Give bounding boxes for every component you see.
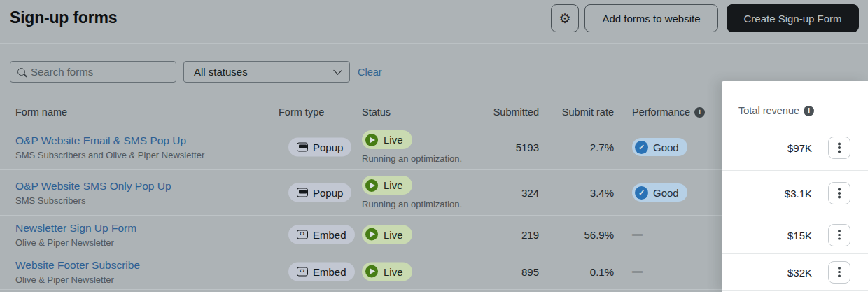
play-icon bbox=[365, 134, 378, 146]
check-icon: ✓ bbox=[635, 141, 648, 154]
search-forms-box[interactable] bbox=[10, 61, 176, 83]
total-revenue-header-label: Total revenue bbox=[738, 105, 799, 116]
kebab-icon bbox=[838, 234, 841, 237]
form-type-badge: Embed bbox=[288, 262, 355, 281]
column-header-form-name: Form name bbox=[15, 106, 67, 118]
row-actions-button[interactable] bbox=[828, 137, 850, 159]
status-label: Live bbox=[384, 265, 403, 277]
add-forms-to-website-button[interactable]: Add forms to website bbox=[584, 4, 718, 32]
row-actions-button[interactable] bbox=[828, 182, 850, 204]
form-name-link[interactable]: Website Footer Subscribe bbox=[15, 258, 140, 271]
popup-icon bbox=[297, 143, 308, 152]
submitted-value: 5193 bbox=[516, 141, 539, 153]
form-subtitle: Olive & Piper Newsletter bbox=[15, 237, 136, 247]
performance-good-badge: ✓ Good bbox=[632, 138, 687, 156]
form-subtitle: SMS Subscribers and Olive & Piper Newsle… bbox=[15, 150, 204, 160]
status-filter-value: All statuses bbox=[194, 66, 248, 78]
total-revenue-value: $97K bbox=[788, 142, 812, 154]
gear-icon: ⚙ bbox=[559, 12, 570, 25]
row-actions-button[interactable] bbox=[828, 224, 850, 246]
play-icon bbox=[365, 179, 378, 192]
form-type-badge: Popup bbox=[288, 138, 351, 157]
total-revenue-value: $15K bbox=[788, 229, 812, 241]
form-type-label: Embed bbox=[313, 265, 346, 277]
form-name-link[interactable]: O&P Website SMS Only Pop Up bbox=[15, 180, 172, 193]
clear-filters-link[interactable]: Clear bbox=[358, 61, 382, 83]
kebab-icon bbox=[838, 146, 841, 149]
form-type-cell: Embed bbox=[288, 225, 355, 244]
submit-rate-value: 0.1% bbox=[590, 265, 614, 277]
column-header-form-type: Form type bbox=[279, 106, 324, 118]
performance-header-label: Performance bbox=[632, 106, 690, 118]
info-icon[interactable]: i bbox=[694, 107, 705, 118]
info-icon[interactable]: i bbox=[804, 106, 814, 116]
form-name-cell: O&P Website SMS Only Pop Up SMS Subscrib… bbox=[15, 180, 172, 206]
row-actions-button[interactable] bbox=[828, 261, 850, 284]
column-header-status: Status bbox=[362, 106, 391, 118]
status-note: Running an optimization. bbox=[362, 199, 462, 209]
performance-cell: — bbox=[632, 265, 642, 278]
settings-button[interactable]: ⚙ bbox=[551, 4, 579, 32]
performance-label: Good bbox=[653, 141, 679, 153]
status-label: Live bbox=[384, 134, 403, 146]
form-type-label: Popup bbox=[313, 187, 343, 199]
form-type-cell: Embed bbox=[288, 262, 355, 281]
status-label: Live bbox=[384, 179, 403, 191]
revenue-row: $32K bbox=[722, 254, 868, 291]
form-type-label: Popup bbox=[313, 141, 343, 153]
form-name-link[interactable]: Newsletter Sign Up Form bbox=[15, 221, 136, 234]
performance-good-badge: ✓ Good bbox=[632, 183, 687, 202]
status-label: Live bbox=[384, 228, 403, 240]
column-header-submit-rate: Submit rate bbox=[562, 106, 614, 118]
form-name-cell: O&P Website Email & SMS Pop Up SMS Subsc… bbox=[15, 134, 204, 160]
form-name-cell: Newsletter Sign Up Form Olive & Piper Ne… bbox=[15, 221, 136, 247]
signup-forms-page: Sign-up forms ⚙ Add forms to website Cre… bbox=[0, 0, 868, 292]
submitted-value: 895 bbox=[522, 265, 539, 277]
kebab-icon bbox=[838, 271, 841, 274]
form-type-badge: Embed bbox=[288, 225, 355, 244]
live-status-badge: Live bbox=[362, 176, 412, 195]
status-filter-dropdown[interactable]: All statuses bbox=[183, 61, 350, 83]
form-type-badge: Popup bbox=[288, 183, 351, 202]
performance-cell: ✓ Good bbox=[632, 183, 687, 202]
play-icon bbox=[365, 265, 378, 278]
chevron-down-icon bbox=[333, 66, 342, 75]
submit-rate-value: 56.9% bbox=[584, 228, 614, 240]
revenue-row: $15K bbox=[722, 216, 868, 254]
live-status-badge: Live bbox=[362, 262, 412, 281]
form-name-cell: Website Footer Subscribe Olive & Piper N… bbox=[15, 258, 140, 284]
form-type-label: Embed bbox=[313, 228, 346, 240]
status-cell: Live Running an optimization. bbox=[362, 176, 462, 209]
total-revenue-highlight-panel: Total revenue i $97K $3.1K $15K $32K bbox=[722, 81, 868, 292]
embed-icon bbox=[297, 267, 308, 276]
performance-empty-dash: — bbox=[632, 228, 642, 240]
form-type-cell: Popup bbox=[288, 138, 351, 157]
form-subtitle: SMS Subscribers bbox=[15, 195, 172, 206]
status-note: Running an optimization. bbox=[362, 153, 462, 164]
column-header-performance: Performance i bbox=[632, 106, 705, 118]
status-cell: Live Running an optimization. bbox=[362, 130, 462, 164]
form-subtitle: Olive & Piper Newsletter bbox=[15, 274, 140, 284]
live-status-badge: Live bbox=[362, 130, 412, 149]
submit-rate-value: 2.7% bbox=[590, 141, 614, 153]
check-icon: ✓ bbox=[635, 186, 648, 200]
form-name-link[interactable]: O&P Website Email & SMS Pop Up bbox=[15, 134, 204, 147]
page-title: Sign-up forms bbox=[10, 8, 117, 27]
submitted-value: 219 bbox=[522, 228, 539, 240]
form-type-cell: Popup bbox=[288, 183, 351, 202]
create-signup-form-button[interactable]: Create Sign-up Form bbox=[727, 4, 859, 32]
status-cell: Live bbox=[362, 262, 412, 281]
performance-empty-dash: — bbox=[632, 265, 642, 277]
search-input[interactable] bbox=[31, 66, 157, 78]
total-revenue-value: $3.1K bbox=[785, 188, 812, 200]
submit-rate-value: 3.4% bbox=[590, 187, 614, 199]
play-icon bbox=[365, 228, 378, 241]
header-divider bbox=[0, 43, 868, 44]
total-revenue-value: $32K bbox=[788, 266, 812, 278]
performance-cell: ✓ Good bbox=[632, 138, 687, 156]
column-header-total-revenue: Total revenue i bbox=[722, 81, 868, 125]
search-icon bbox=[18, 68, 25, 76]
status-cell: Live bbox=[362, 225, 412, 244]
submitted-value: 324 bbox=[522, 187, 539, 199]
live-status-badge: Live bbox=[362, 225, 412, 244]
